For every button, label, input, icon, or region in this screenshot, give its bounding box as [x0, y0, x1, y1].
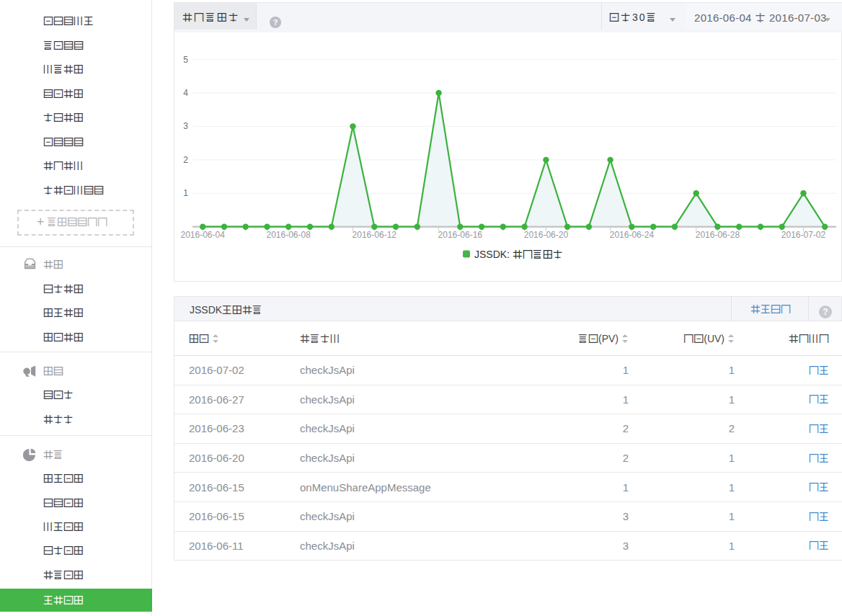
svg-text:1: 1	[183, 188, 188, 198]
svg-text:2016-06-24: 2016-06-24	[610, 230, 655, 240]
svg-text:JSSDK: 页面访问量: JSSDK: 页面访问量	[474, 249, 563, 260]
svg-text:2016-06-28: 2016-06-28	[696, 230, 740, 240]
svg-text:2: 2	[183, 155, 188, 165]
svg-text:2016-06-12: 2016-06-12	[353, 230, 397, 240]
svg-text:4: 4	[183, 88, 188, 98]
svg-text:2016-07-02: 2016-07-02	[781, 230, 826, 240]
svg-text:3: 3	[183, 121, 188, 131]
svg-text:2016-06-04: 2016-06-04	[181, 230, 226, 240]
svg-text:2016-06-16: 2016-06-16	[438, 230, 483, 240]
svg-text:2016-06-20: 2016-06-20	[524, 230, 569, 240]
svg-text:5: 5	[183, 55, 188, 65]
svg-text:2016-06-08: 2016-06-08	[267, 230, 311, 240]
